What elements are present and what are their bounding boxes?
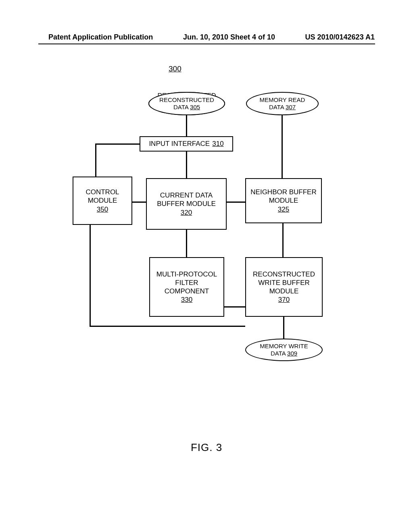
connector bbox=[282, 223, 284, 257]
node-label-line3: MODULE bbox=[269, 287, 299, 295]
box-neighbor-buffer: NEIGHBOR BUFFER MODULE 325 bbox=[245, 178, 322, 223]
box-reconstructed-write-buffer: RECONSTRUCTED WRITE BUFFER MODULE 370 bbox=[245, 257, 323, 317]
node-label-line2: BUFFER MODULE bbox=[157, 200, 215, 208]
connector bbox=[224, 306, 245, 308]
connector bbox=[90, 225, 91, 326]
connector bbox=[283, 317, 284, 339]
connector bbox=[95, 143, 140, 145]
node-label-line1: CONTROL bbox=[86, 188, 119, 196]
node-refnum: 370 bbox=[278, 295, 290, 304]
node-refnum: 320 bbox=[181, 208, 192, 217]
node-refnum: 325 bbox=[278, 205, 289, 214]
node-label-line1: CURRENT DATA bbox=[160, 191, 213, 200]
node-label-line1: MULTI-PROTOCOL bbox=[156, 270, 217, 278]
ellipse-reconstructed-data-ovl: RECONSTRUCTED DATA 305 bbox=[148, 92, 225, 115]
connector bbox=[90, 326, 245, 327]
box-current-data-buffer: CURRENT DATA BUFFER MODULE 320 bbox=[146, 178, 227, 230]
node-label-line1: NEIGHBOR BUFFER bbox=[250, 188, 316, 196]
connector bbox=[95, 143, 96, 177]
node-label-line2: MODULE bbox=[88, 196, 117, 205]
node-refnum: 310 bbox=[212, 139, 223, 148]
figure-label: FIG. 3 bbox=[0, 441, 413, 454]
connector bbox=[186, 152, 187, 178]
diagram: 300 RECONSTRUCTED DATA RECONSTRUCTED DAT… bbox=[0, 0, 413, 443]
node-label: INPUT INTERFACE bbox=[149, 139, 210, 148]
connector bbox=[227, 202, 245, 203]
connector bbox=[186, 115, 187, 136]
connector bbox=[282, 115, 283, 178]
diagram-reference-number: 300 bbox=[169, 64, 181, 73]
ellipse-memory-write-data: MEMORY WRITE DATA 309 bbox=[245, 339, 323, 361]
ellipse-memory-read-data: MEMORY READ DATA 307 bbox=[246, 92, 319, 115]
node-refnum: 330 bbox=[181, 295, 192, 304]
node-label-line1: RECONSTRUCTED bbox=[253, 270, 315, 278]
box-input-interface: INPUT INTERFACE 310 bbox=[140, 136, 233, 152]
node-label-line3: COMPONENT bbox=[165, 287, 209, 295]
box-multi-protocol-filter: MULTI-PROTOCOL FILTER COMPONENT 330 bbox=[149, 257, 224, 317]
node-label-line2: MODULE bbox=[269, 196, 298, 205]
node-refnum: 350 bbox=[97, 205, 108, 214]
box-control-module: CONTROL MODULE 350 bbox=[73, 177, 132, 225]
connector bbox=[186, 230, 187, 257]
node-label-line2: FILTER bbox=[175, 278, 198, 287]
connector bbox=[132, 202, 146, 203]
node-label-line2: WRITE BUFFER bbox=[258, 278, 310, 287]
